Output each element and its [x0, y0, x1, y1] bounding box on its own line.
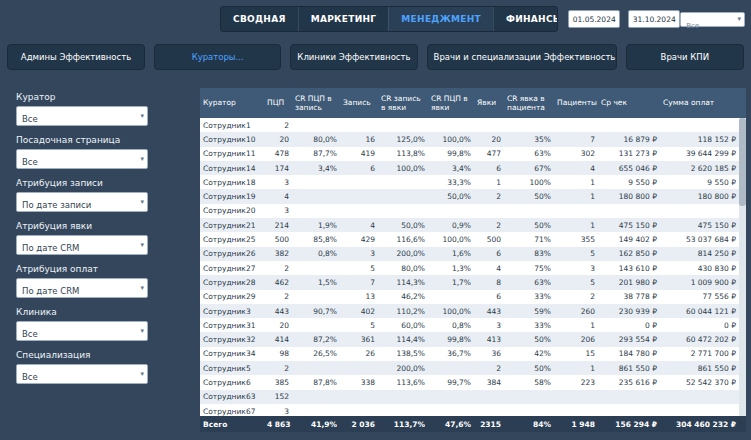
subtab-admins-efficiency[interactable]: Админы Эффективность [7, 44, 145, 70]
metric-cell: 2 [264, 292, 292, 301]
metric-cell: 1,7% [428, 278, 474, 287]
metric-cell: 384 [474, 378, 504, 387]
metric-cell: 20 [474, 135, 504, 144]
column-header[interactable]: Куратор [200, 96, 264, 109]
metric-cell: 3 [554, 264, 598, 273]
dashboard: СВОДНАЯ МАРКЕТИНГ МЕНЕДЖМЕНТ ФИНАНСЫ Все… [0, 0, 751, 440]
tab-marketing[interactable]: МАРКЕТИНГ [298, 7, 389, 31]
metric-cell: 113,8% [378, 149, 428, 158]
metric-cell: 429 [340, 235, 378, 244]
table-body: Сотрудник12Сотрудник102080,0%16125,0%100… [200, 118, 746, 416]
metric-cell: 223 [554, 378, 598, 387]
metric-cell: 260 [554, 307, 598, 316]
column-header[interactable]: Запись [340, 96, 378, 109]
metric-cell: 38 778 ₽ [598, 292, 660, 301]
table-scrollbar[interactable] [739, 118, 746, 416]
metric-cell: 3,4% [292, 164, 340, 173]
curator-name-cell: Сотрудник28 [200, 278, 264, 287]
column-header[interactable]: Ср чек [598, 96, 660, 109]
subtab-curators[interactable]: Кураторы... [154, 44, 281, 70]
attribution-oplat-select[interactable]: По дате CRM [17, 282, 147, 300]
metric-cell: 75% [504, 264, 554, 273]
tab-svodnaya[interactable]: СВОДНАЯ [221, 7, 298, 31]
metric-cell: 861 550 ₽ [660, 364, 746, 373]
specialization-select[interactable]: Все [17, 368, 147, 386]
metric-cell: 36,7% [428, 349, 474, 358]
total-value-cell: 41,9% [292, 420, 340, 429]
curator-name-cell: Сотрудник6 [200, 378, 264, 387]
date-to-input[interactable] [628, 10, 680, 28]
metric-cell: 131 273 ₽ [598, 149, 660, 158]
metric-cell: 87,7% [292, 149, 340, 158]
metric-cell: 206 [554, 335, 598, 344]
select-wrap: По дате записи ▾ [16, 192, 148, 212]
column-header[interactable]: Сумма оплат [660, 96, 746, 109]
column-header[interactable]: Пациенты [554, 96, 598, 109]
column-header[interactable]: Явки [474, 96, 504, 109]
metric-cell: 180 800 ₽ [660, 192, 746, 201]
subtab-doctors-specializations-efficiency[interactable]: Врачи и специализации Эффективность [427, 44, 617, 70]
attribution-yavki-select[interactable]: По дате CRM [17, 239, 147, 257]
kurator-select[interactable]: Все [17, 110, 147, 128]
clinic-select[interactable]: Все [17, 325, 147, 343]
metric-cell: 4 [340, 221, 378, 230]
filter-label: Атрибуция записи [16, 178, 184, 188]
curator-name-cell: Сотрудник20 [200, 206, 264, 215]
column-header[interactable]: ПЦП [264, 96, 292, 109]
metric-cell: 50% [504, 335, 554, 344]
metric-cell: 385 [264, 378, 292, 387]
tab-finance[interactable]: ФИНАНСЫ [493, 7, 558, 31]
attribution-zapisi-select[interactable]: По дате записи [17, 196, 147, 214]
curator-name-cell: Сотрудник32 [200, 335, 264, 344]
metric-cell: 1 [554, 221, 598, 230]
metric-cell: 2 620 185 ₽ [660, 164, 746, 173]
metric-cell: 2 [264, 364, 292, 373]
metric-cell: 36 [474, 349, 504, 358]
select-wrap: Все ▾ [16, 149, 148, 169]
table-row: Сотрудник344390,7%402110,2%100,0%44359%2… [200, 304, 746, 318]
table-row: Сотрудник2550085,8%429116,6%100,0%50071%… [200, 232, 746, 246]
landing-page-select[interactable]: Все [17, 153, 147, 171]
metric-cell: 114,3% [378, 278, 428, 287]
subtab-doctors-kpi[interactable]: Врачи КПИ [626, 44, 744, 70]
metric-cell: 2 [264, 121, 292, 130]
metric-cell: 0,8% [428, 321, 474, 330]
curator-name-cell: Сотрудник18 [200, 178, 264, 187]
table-row: Сотрудник263820,8%3200,0%1,6%683%5162 85… [200, 247, 746, 261]
metric-cell: 99,8% [428, 149, 474, 158]
metric-cell: 500 [264, 235, 292, 244]
scrollbar-thumb[interactable] [739, 118, 746, 206]
metric-cell: 90,7% [292, 307, 340, 316]
column-header[interactable]: CR явка в пациента [504, 92, 554, 115]
subtab-clinics-efficiency[interactable]: Клиники Эффективность [290, 44, 417, 70]
total-label-cell: Всего [200, 420, 264, 429]
curator-name-cell: Сотрудник5 [200, 364, 264, 373]
metric-cell: 500 [474, 235, 504, 244]
column-header[interactable]: CR запись в явки [378, 92, 428, 115]
metric-cell: 2 [474, 221, 504, 230]
filter-label: Атрибуция явки [16, 221, 184, 231]
table-row: Сотрудник1147887,7%419113,8%99,8%47763%3… [200, 147, 746, 161]
filter-kurator: Куратор Все ▾ [16, 92, 184, 126]
metric-cell: 7 [340, 278, 378, 287]
table-row: Сотрудник673 [200, 404, 746, 416]
curator-name-cell: Сотрудник29 [200, 292, 264, 301]
metric-cell: 63% [504, 149, 554, 158]
metric-cell: 6 [340, 164, 378, 173]
column-header[interactable]: CR ПЦП в запись [292, 92, 340, 115]
mini-filter-select[interactable]: Все [681, 19, 744, 32]
metric-cell: 475 150 ₽ [598, 221, 660, 230]
subnav: Админы Эффективность Кураторы... Клиники… [0, 44, 751, 70]
metric-cell: 235 616 ₽ [598, 378, 660, 387]
filter-clinic: Клиника Все ▾ [16, 307, 184, 341]
tab-management[interactable]: МЕНЕДЖМЕНТ [388, 7, 493, 31]
metric-cell: 475 150 ₽ [660, 221, 746, 230]
metric-cell: 5 [340, 264, 378, 273]
metric-cell: 110,2% [378, 307, 428, 316]
metric-cell: 655 046 ₽ [598, 164, 660, 173]
metric-cell: 52 542 370 ₽ [660, 378, 746, 387]
table-row: Сотрудник12 [200, 118, 746, 132]
date-from-input[interactable] [568, 10, 620, 28]
column-header[interactable]: CR ПЦП в явки [428, 92, 474, 115]
metric-cell: 9 550 ₽ [660, 178, 746, 187]
